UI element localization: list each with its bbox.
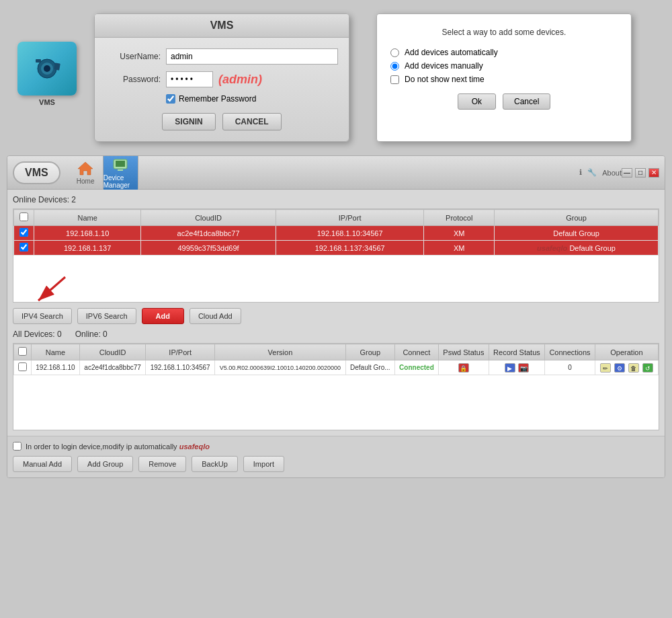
row-checkbox[interactable]: [14, 241, 34, 256]
import-button[interactable]: Import: [243, 456, 284, 472]
col-d-group: Group: [345, 344, 394, 360]
record-icon: ▶: [505, 363, 515, 373]
row-d-cloudid: ac2e4f1dca8bbc77: [79, 360, 145, 375]
row-d-connect: Connected: [394, 360, 438, 375]
bottom-watermark: usafeqlo: [179, 442, 210, 451]
col-check: [14, 344, 32, 360]
svg-line-10: [38, 277, 65, 301]
home-icon: [76, 160, 95, 176]
cloud-add-button[interactable]: Cloud Add: [190, 308, 241, 324]
add-group-button[interactable]: Add Group: [77, 456, 133, 472]
col-d-connect: Connect: [394, 344, 438, 360]
ipv6-search-button[interactable]: IPV6 Search: [77, 308, 136, 324]
add-device-dialog: Select a way to add some devices. Add de…: [376, 13, 632, 142]
row-d-name: 192.168.1.10: [32, 360, 80, 375]
col-group: Group: [495, 210, 659, 226]
col-ipport: IP/Port: [276, 210, 424, 226]
radio-option-auto[interactable]: Add devices automatically: [390, 48, 618, 57]
radio-manual[interactable]: [390, 62, 399, 71]
all-devices-table-wrapper: Name CloudID IP/Port Version Group Conne…: [13, 343, 659, 430]
remember-label: Remember Password: [179, 94, 256, 104]
all-devices-header: All Devices: 0 Online: 0: [13, 330, 659, 339]
table-row[interactable]: 192.168.1.10 ac2e4f1dca8bbc77 192.168.1.…: [14, 226, 659, 241]
row-d-ipport: 192.168.1.10:34567: [146, 360, 215, 375]
row-name: 192.168.1.10: [34, 226, 141, 241]
svg-rect-3: [36, 59, 41, 63]
topbar-right: ℹ 🔧 About: [579, 168, 622, 177]
vms-logo-button[interactable]: VMS: [13, 161, 60, 184]
svg-marker-5: [78, 162, 93, 175]
minimize-button[interactable]: —: [622, 168, 632, 178]
col-d-cloudid: CloudID: [79, 344, 145, 360]
username-label: UserName:: [106, 52, 166, 61]
col-checkbox: [14, 210, 34, 226]
col-d-operation: Operation: [595, 344, 658, 360]
manual-add-button[interactable]: Manual Add: [13, 456, 72, 472]
row-checkbox[interactable]: [14, 226, 34, 241]
svg-point-2: [44, 65, 50, 72]
op-config-icon[interactable]: ⚙: [614, 363, 625, 373]
password-field-group: (admin): [166, 71, 338, 87]
row-ipport: 192.168.1.137:34567: [276, 241, 424, 256]
row-group: usafeqlo Default Group: [495, 241, 659, 256]
row-select[interactable]: [14, 360, 32, 375]
auto-modify-ip-checkbox[interactable]: [13, 442, 22, 451]
camera-icon: [30, 54, 64, 83]
table-row[interactable]: 192.168.1.137 49959c37f53dd69f 192.168.1…: [14, 241, 659, 256]
username-input[interactable]: [166, 48, 338, 65]
col-d-version: Version: [215, 344, 346, 360]
online-devices-table-wrapper: Name CloudID IP/Port Protocol Group 192.…: [13, 208, 659, 303]
svg-rect-7: [116, 161, 125, 167]
password-input[interactable]: [166, 71, 213, 87]
row-name: 192.168.1.137: [34, 241, 141, 256]
red-arrow: [25, 270, 85, 307]
col-name: Name: [34, 210, 141, 226]
op-delete-icon[interactable]: 🗑: [628, 363, 639, 373]
op-edit-icon[interactable]: ✏: [600, 363, 611, 373]
backup-button[interactable]: BackUp: [192, 456, 238, 472]
vms-icon-label: VMS: [39, 98, 55, 106]
row-d-operation[interactable]: ✏ ⚙ 🗑 ↺: [595, 360, 658, 375]
select-all-online[interactable]: [19, 213, 28, 221]
row-d-group: Default Gro...: [345, 360, 394, 375]
ok-button[interactable]: Ok: [458, 93, 496, 110]
add-button[interactable]: Add: [142, 308, 184, 324]
close-button[interactable]: ✕: [648, 168, 659, 178]
watermark-group: usafeqlo: [537, 244, 567, 252]
nav-home-button[interactable]: Home: [69, 156, 103, 190]
op-refresh-icon[interactable]: ↺: [642, 363, 653, 373]
home-label: Home: [77, 178, 95, 185]
col-d-pswd: Pswd Status: [439, 344, 489, 360]
do-not-show-label: Do not show next time: [405, 75, 485, 84]
cancel-login-button[interactable]: CANCEL: [222, 113, 282, 130]
select-all-devices[interactable]: [18, 347, 27, 356]
col-d-connections: Connections: [545, 344, 595, 360]
username-row: UserName:: [106, 48, 338, 65]
do-not-show-option[interactable]: Do not show next time: [390, 75, 618, 84]
all-devices-table: Name CloudID IP/Port Version Group Conne…: [13, 344, 659, 375]
vms-app-icon[interactable]: VMS: [13, 40, 81, 108]
online-table-header: Name CloudID IP/Port Protocol Group: [14, 210, 659, 226]
all-devices-header-row: Name CloudID IP/Port Version Group Conne…: [14, 344, 659, 360]
main-app: VMS Home Device Manager ℹ 🔧 Abo: [7, 155, 665, 478]
remember-checkbox[interactable]: [166, 94, 175, 104]
cancel-add-button[interactable]: Cancel: [503, 93, 550, 110]
online-devices-label: Online Devices: 2: [13, 195, 659, 204]
table-row[interactable]: 192.168.1.10 ac2e4f1dca8bbc77 192.168.1.…: [14, 360, 659, 375]
radio-auto[interactable]: [390, 48, 399, 57]
maximize-button[interactable]: □: [635, 168, 646, 178]
signin-button[interactable]: SIGNIN: [162, 113, 215, 130]
remove-button[interactable]: Remove: [138, 456, 186, 472]
nav-device-manager-button[interactable]: Device Manager: [103, 156, 138, 190]
do-not-show-checkbox[interactable]: [390, 75, 399, 84]
row-d-version: V5.00.R02.000639I2.10010.140200.0020000: [215, 360, 346, 375]
remember-row: Remember Password: [166, 94, 338, 104]
about-label: About: [602, 169, 622, 177]
ipv4-search-button[interactable]: IPV4 Search: [13, 308, 72, 324]
row-protocol: XM: [424, 241, 495, 256]
radio-option-manual[interactable]: Add devices manually: [390, 61, 618, 71]
password-hint: (admin): [218, 73, 262, 87]
device-manager-label: Device Manager: [103, 174, 138, 189]
row-d-record: ▶ 📷: [489, 360, 544, 375]
video-icon: 📷: [518, 363, 529, 373]
